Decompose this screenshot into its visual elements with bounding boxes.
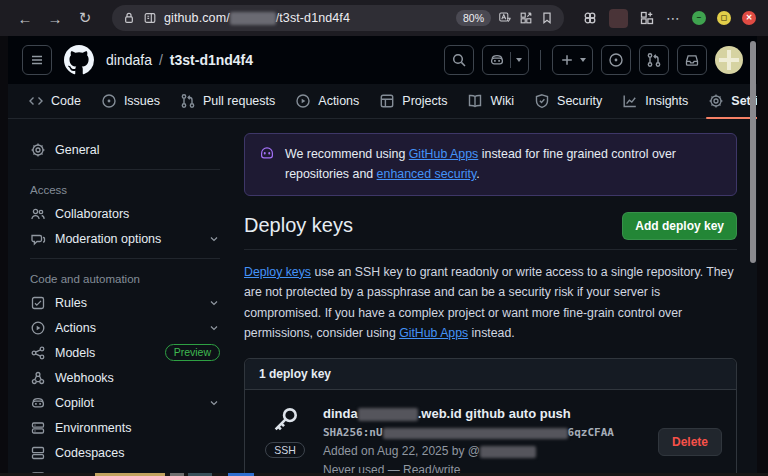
comment-discussion-icon (30, 231, 46, 247)
sidebar-item-environments[interactable]: Environments (22, 415, 228, 440)
shield-icon (534, 93, 550, 109)
browser-reload-button[interactable]: ↻ (72, 9, 98, 27)
play-circle-icon (30, 320, 46, 336)
window-maximize-button[interactable]: ◻ (717, 11, 731, 25)
button-divider (510, 52, 511, 68)
hamburger-menu-button[interactable] (22, 45, 52, 75)
pull-requests-button[interactable] (639, 45, 669, 75)
git-pull-request-icon (180, 93, 196, 109)
book-icon (467, 93, 483, 109)
sidebar-divider (30, 169, 220, 170)
address-bar[interactable]: github.com//t3st-d1nd4f4 80% (112, 5, 564, 31)
key-icon-column: SSH (259, 403, 311, 473)
tab-insights[interactable]: Insights (612, 84, 698, 118)
issue-opened-icon (101, 93, 117, 109)
github-header: dindafa / t3st-d1nd4f4 (8, 36, 757, 84)
bookmark-icon[interactable] (540, 11, 554, 25)
sidebar-item-rules[interactable]: Rules (22, 290, 228, 315)
page-scrollbar-thumb[interactable] (750, 41, 756, 263)
webhook-icon (30, 370, 46, 386)
delete-key-button[interactable]: Delete (658, 428, 722, 456)
hubot-icon (259, 146, 275, 162)
page-header: Deploy keys Add deploy key (244, 212, 737, 250)
inbox-button[interactable] (677, 45, 707, 75)
zoom-level-badge[interactable]: 80% (456, 10, 491, 26)
url-text: github.com//t3st-d1nd4f4 (164, 11, 350, 25)
user-avatar[interactable] (715, 46, 743, 74)
sidebar-section-access: Access (22, 177, 228, 201)
chevron-down-icon (208, 322, 220, 334)
plus-icon (559, 52, 575, 68)
sidebar-item-collaborators[interactable]: Collaborators (22, 201, 228, 226)
play-circle-icon (295, 93, 311, 109)
codespaces-icon (30, 445, 46, 461)
sidebar-item-models[interactable]: Models Preview (22, 340, 228, 365)
breadcrumb-owner-link[interactable]: dindafa (106, 52, 152, 68)
window-minimize-button[interactable]: − (692, 11, 706, 25)
issues-button[interactable] (601, 45, 631, 75)
github-logo-icon[interactable] (64, 45, 94, 75)
deploy-keys-description: Deploy keys use an SSH key to grant read… (244, 262, 737, 343)
browser-profile-avatar[interactable] (609, 9, 628, 28)
translate-icon[interactable] (498, 11, 512, 25)
tab-code[interactable]: Code (18, 84, 91, 118)
tab-pull-requests[interactable]: Pull requests (170, 84, 285, 118)
tab-settings[interactable]: Settings (698, 84, 757, 118)
site-info-icon[interactable] (143, 11, 157, 25)
deploy-keys-list: 1 deploy key SSH dinda.web.id github aut… (244, 358, 737, 473)
settings-body: General Access Collaborators Moderation … (8, 119, 757, 473)
breadcrumb-repo-link[interactable]: t3st-d1nd4f4 (170, 52, 253, 68)
tab-issues[interactable]: Issues (91, 84, 170, 118)
code-icon (28, 93, 44, 109)
github-apps-link[interactable]: GitHub Apps (399, 326, 468, 340)
browser-back-button[interactable]: ← (12, 10, 38, 27)
tab-security[interactable]: Security (524, 84, 612, 118)
people-icon (30, 206, 46, 222)
extension-clover-icon[interactable] (582, 10, 598, 26)
browser-toolbar-right: ⋯ − ◻ ✕ (582, 9, 756, 28)
header-divider (540, 50, 541, 70)
sidebar-item-webhooks[interactable]: Webhooks (22, 365, 228, 390)
grid-plus-icon[interactable] (639, 10, 655, 26)
fingerprint-redacted-segment (383, 428, 568, 439)
graph-icon (622, 93, 638, 109)
url-redacted-segment (230, 12, 276, 25)
key-icon (270, 405, 300, 435)
title-redacted-segment (358, 408, 418, 421)
sidebar-item-actions[interactable]: Actions (22, 315, 228, 340)
tab-wiki[interactable]: Wiki (457, 84, 524, 118)
hamburger-icon (29, 52, 45, 68)
window-close-button[interactable]: ✕ (742, 11, 756, 25)
inbox-icon (684, 52, 700, 68)
preview-badge: Preview (165, 344, 220, 362)
search-button[interactable] (444, 45, 474, 75)
key-added-line: Added on Aug 22, 2025 by @ (323, 442, 646, 461)
sidebar-item-pages[interactable]: Pages (22, 465, 228, 473)
sidebar-item-general[interactable]: General (22, 137, 228, 162)
tab-projects[interactable]: Projects (369, 84, 457, 118)
tab-actions[interactable]: Actions (285, 84, 369, 118)
browser-menu-button[interactable]: ⋯ (666, 10, 681, 26)
gear-icon (708, 93, 724, 109)
sidebar-item-copilot[interactable]: Copilot (22, 390, 228, 415)
browser-forward-button[interactable]: → (42, 10, 68, 27)
copilot-icon (30, 395, 46, 411)
key-title: dinda.web.id github auto push (323, 403, 646, 424)
deploy-keys-link[interactable]: Deploy keys (244, 265, 311, 279)
git-pull-request-icon (646, 52, 662, 68)
sidebar-item-codespaces[interactable]: Codespaces (22, 440, 228, 465)
github-header-actions (444, 45, 743, 75)
github-apps-link[interactable]: GitHub Apps (409, 147, 479, 161)
create-new-button[interactable] (552, 45, 593, 75)
enhanced-security-link[interactable]: enhanced security (377, 167, 477, 181)
add-deploy-key-button[interactable]: Add deploy key (622, 212, 737, 240)
copilot-icon (489, 52, 505, 68)
grid-share-icon[interactable] (519, 11, 533, 25)
sidebar-item-moderation-options[interactable]: Moderation options (22, 226, 228, 251)
sidebar-section-code-and-automation: Code and automation (22, 266, 228, 290)
breadcrumb-separator: / (159, 52, 163, 68)
deploy-keys-count-header: 1 deploy key (245, 359, 736, 390)
page-title: Deploy keys (244, 214, 353, 237)
rules-icon (30, 295, 46, 311)
copilot-menu-button[interactable] (482, 45, 529, 75)
